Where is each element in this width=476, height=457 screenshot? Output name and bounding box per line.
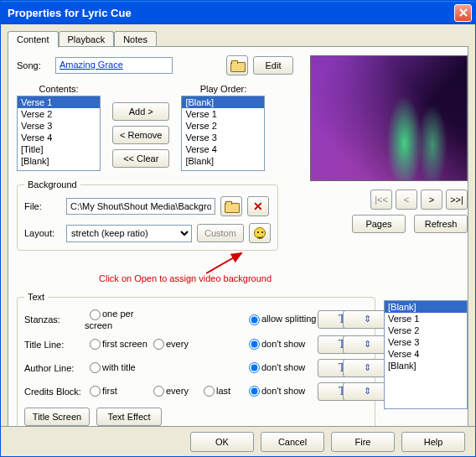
author-label: Author Line:	[24, 363, 85, 373]
list-item[interactable]: Verse 1	[385, 313, 467, 325]
smiley-icon	[254, 227, 266, 239]
title-label: Title Line:	[24, 340, 85, 350]
song-label: Song:	[17, 60, 50, 70]
nav-next-button[interactable]: >	[421, 190, 442, 210]
pages-button[interactable]: Pages	[352, 215, 406, 233]
credits-last-radio[interactable]	[204, 386, 215, 397]
list-item[interactable]: Verse 1	[18, 96, 100, 108]
align-icon: ⇕	[364, 314, 371, 325]
dialog-body: Content Playback Notes Song: Amazing Gra…	[1, 24, 475, 456]
credits-dont-radio[interactable]	[249, 386, 260, 397]
stanzas-split-radio[interactable]	[249, 314, 260, 325]
background-color-button[interactable]	[249, 223, 271, 243]
author-with-radio[interactable]	[90, 362, 101, 373]
tab-content[interactable]: Content	[8, 31, 59, 48]
refresh-button[interactable]: Refresh	[414, 215, 468, 233]
list-item[interactable]: [Blank]	[385, 360, 467, 371]
playorder-section: Play Order: [Blank] Verse 1 Verse 2 Vers…	[181, 84, 265, 171]
author-dont-radio[interactable]	[249, 362, 260, 373]
nav-prev-button: <	[396, 190, 417, 210]
playorder-listbox[interactable]: [Blank] Verse 1 Verse 2 Verse 3 Verse 4 …	[181, 96, 265, 171]
background-fieldset: Background File: ✕ Layout: stretch (keep…	[17, 179, 278, 251]
file-input[interactable]	[66, 198, 215, 215]
button-bar: OK Cancel Fire Help	[1, 426, 475, 456]
layout-label: Layout:	[24, 228, 61, 238]
nav-buttons: |<< < > >>|	[370, 190, 468, 210]
list-item[interactable]: Verse 2	[18, 108, 100, 120]
title-first-radio[interactable]	[90, 339, 101, 350]
text-effect-button[interactable]: Text Effect	[96, 408, 162, 426]
align-icon: ⇕	[364, 362, 371, 373]
list-item[interactable]: [Blank]	[182, 96, 264, 108]
tab-playback[interactable]: Playback	[59, 31, 115, 47]
stanzas-label: Stanzas:	[24, 314, 85, 325]
text-legend: Text	[24, 292, 48, 302]
preview-image	[311, 56, 467, 180]
file-clear-button[interactable]: ✕	[247, 196, 269, 216]
align-icon: ⇕	[364, 339, 371, 350]
list-item[interactable]: Verse 3	[385, 336, 467, 348]
list-item[interactable]: Verse 4	[385, 348, 467, 360]
dialog-window: Properties for Lyric Cue Content Playbac…	[0, 0, 476, 457]
credits-first-radio[interactable]	[90, 386, 101, 397]
tab-notes[interactable]: Notes	[114, 31, 157, 47]
title-every-radio[interactable]	[153, 339, 164, 350]
song-browse-button[interactable]	[226, 55, 248, 75]
x-icon: ✕	[253, 200, 263, 213]
cancel-button[interactable]: Cancel	[261, 432, 324, 452]
file-browse-button[interactable]	[220, 196, 242, 216]
list-item[interactable]: Verse 3	[182, 132, 264, 143]
list-item[interactable]: Verse 4	[182, 143, 264, 155]
song-field[interactable]: Amazing Grace	[55, 57, 173, 74]
stanzas-one-radio[interactable]	[90, 309, 101, 320]
preview-pane	[310, 55, 468, 181]
playorder-label: Play Order:	[181, 84, 265, 94]
annotation-text: Click on Open to assign video background	[99, 273, 272, 283]
close-button[interactable]	[454, 4, 472, 22]
ok-button[interactable]: OK	[190, 432, 254, 452]
list-item[interactable]: Verse 1	[182, 108, 264, 120]
folder-open-icon	[225, 201, 238, 211]
contents-listbox[interactable]: Verse 1 Verse 2 Verse 3 Verse 4 [Title] …	[17, 96, 101, 171]
file-label: File:	[24, 201, 61, 211]
list-item[interactable]: [Blank]	[18, 155, 100, 167]
list-item[interactable]: Verse 2	[385, 325, 467, 336]
text-fieldset: Text Stanzas: one per screen allow split…	[17, 292, 375, 434]
list-item[interactable]: Verse 4	[18, 132, 100, 143]
custom-button: Custom	[197, 224, 244, 242]
nav-first-button: |<<	[370, 190, 392, 210]
folder-open-icon	[230, 60, 244, 70]
list-buttons: Add > < Remove << Clear	[112, 102, 169, 168]
credits-label: Credits Block:	[24, 387, 85, 397]
list-item[interactable]: [Title]	[18, 143, 100, 155]
list-item[interactable]: [Blank]	[385, 301, 467, 313]
song-edit-button[interactable]: Edit	[253, 56, 293, 75]
pages-listbox[interactable]: [Blank] Verse 1 Verse 2 Verse 3 Verse 4 …	[384, 300, 468, 409]
nav-last-button[interactable]: >>|	[446, 190, 468, 210]
titlebar: Properties for Lyric Cue	[1, 1, 475, 24]
contents-label: Contents:	[17, 84, 101, 94]
list-item[interactable]: Verse 2	[182, 120, 264, 132]
svg-line-0	[206, 253, 241, 273]
add-button[interactable]: Add >	[112, 102, 169, 121]
window-title: Properties for Lyric Cue	[4, 7, 454, 19]
background-legend: Background	[24, 179, 80, 190]
list-item[interactable]: Verse 3	[18, 120, 100, 132]
list-item[interactable]: [Blank]	[182, 155, 264, 167]
help-button[interactable]: Help	[401, 432, 465, 452]
align-icon: ⇕	[364, 386, 371, 397]
credits-every-radio[interactable]	[153, 386, 164, 397]
title-screen-button[interactable]: Title Screen	[24, 408, 90, 426]
contents-section: Contents: Verse 1 Verse 2 Verse 3 Verse …	[17, 84, 101, 171]
tab-panel-content: Song: Amazing Grace Edit Contents: Verse…	[8, 46, 468, 430]
layout-select[interactable]: stretch (keep ratio)	[66, 225, 192, 242]
tab-strip: Content Playback Notes	[8, 31, 468, 47]
clear-button[interactable]: << Clear	[112, 149, 169, 168]
remove-button[interactable]: < Remove	[112, 126, 169, 144]
fire-button[interactable]: Fire	[331, 432, 395, 452]
title-dont-radio[interactable]	[249, 339, 260, 350]
